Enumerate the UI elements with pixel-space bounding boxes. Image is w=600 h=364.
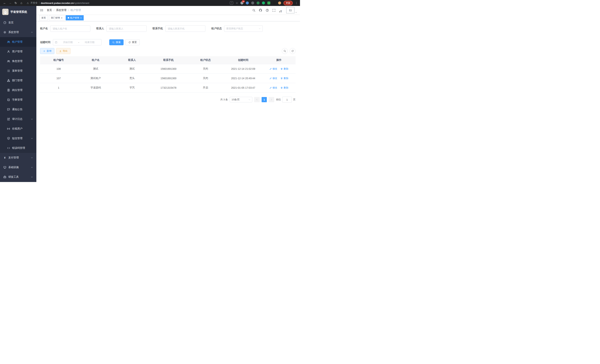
sidebar-item-payment[interactable]: ¥ 支付管理 — [0, 153, 36, 162]
extension-icon-6[interactable] — [267, 1, 270, 4]
contact-input[interactable] — [106, 25, 147, 32]
sidebar-item-audit-log[interactable]: 审计日志 — [0, 114, 36, 124]
browser-reload-icon[interactable]: ↻ — [13, 1, 18, 5]
breadcrumb-home[interactable]: 首页 — [47, 9, 52, 12]
extension-icon-3[interactable] — [251, 1, 254, 4]
delete-button[interactable]: 删除 — [281, 77, 288, 80]
cell-contact: 芋艿 — [114, 83, 150, 93]
github-icon[interactable] — [258, 7, 263, 13]
cell-tenant-name: 芋道源码 — [77, 83, 114, 93]
pagination: 共 3 条 10条/页 1 前往 页 — [40, 97, 296, 103]
address-bar[interactable]: ⚠ 不安全 dashboard.yudao.iocoder.cn/system/… — [27, 1, 89, 5]
refresh-table-button[interactable] — [290, 48, 296, 54]
next-page-button[interactable] — [269, 97, 274, 102]
tab-departments[interactable]: 部门管理 × — [49, 15, 65, 20]
browser-home-icon[interactable]: ⌂ — [19, 1, 24, 5]
cell-tenant-id: 107 — [40, 74, 77, 83]
extension-icon-2[interactable] — [246, 1, 249, 4]
toggle-search-button[interactable] — [282, 48, 288, 54]
reset-button[interactable]: 重置 — [125, 39, 140, 45]
sidebar-item-system[interactable]: 系统管理 — [0, 28, 36, 37]
profile-avatar-icon[interactable] — [278, 1, 281, 4]
col-header-tenant-name: 租户名 — [77, 56, 114, 64]
sidebar-item-menus[interactable]: 菜单管理 — [0, 66, 36, 76]
plus-icon — [43, 50, 46, 52]
dictionary-book-icon — [7, 98, 10, 101]
tenant-name-input[interactable] — [50, 25, 90, 32]
tab-label: 租户管理 — [70, 16, 79, 19]
fullscreen-icon[interactable] — [271, 7, 277, 13]
date-start-placeholder: 开始日期 — [58, 41, 77, 44]
table-row[interactable]: 1 芋道源码 芋艿 17321315478 开启 2021-01-05 17:0… — [40, 83, 296, 93]
close-icon[interactable]: × — [80, 17, 82, 19]
extensions-puzzle-icon[interactable] — [273, 1, 276, 4]
sidebar-item-online-users[interactable]: 在线用户 — [0, 124, 36, 134]
audit-log-icon — [7, 118, 10, 121]
status-select[interactable]: 请选择租户状态 — [224, 25, 263, 32]
export-button[interactable]: 导出 — [56, 48, 71, 54]
collapse-sidebar-icon[interactable] — [39, 8, 44, 13]
close-icon[interactable]: × — [61, 17, 63, 19]
prev-page-button[interactable] — [254, 97, 260, 102]
sidebar-item-sms[interactable]: 短信管理 — [0, 134, 36, 143]
share-icon[interactable]: ↑ — [230, 1, 233, 5]
cell-actions: 修改 删除 — [262, 83, 296, 93]
user-avatar[interactable] — [286, 7, 297, 13]
sidebar-item-infrastructure[interactable]: 基础设施 — [0, 162, 36, 172]
extension-icon-1[interactable]: 10 — [240, 1, 244, 4]
sidebar-item-announcements[interactable]: 通知公告 — [0, 105, 36, 114]
browser-menu-icon[interactable]: ⋮ — [295, 1, 298, 4]
cell-tenant-name: 测试租户 — [77, 74, 114, 83]
sidebar-item-label: 研发工具 — [8, 175, 19, 179]
header-search-icon[interactable] — [251, 7, 257, 13]
page-number-1[interactable]: 1 — [262, 97, 267, 102]
edit-button[interactable]: 修改 — [270, 67, 277, 71]
sidebar-item-users[interactable]: 用户管理 — [0, 47, 36, 56]
sidebar-item-label: 字典管理 — [12, 98, 22, 102]
app-logo[interactable]: 芋道管理系统 — [0, 6, 36, 18]
gear-icon — [3, 31, 6, 34]
cell-actions: 修改 删除 — [262, 64, 296, 74]
breadcrumb-system[interactable]: 系统管理 — [56, 9, 66, 12]
table-row[interactable]: 108 测试 测试 15601691300 关闭 2021-12-14 21:0… — [40, 64, 296, 74]
sidebar-item-roles[interactable]: 角色管理 — [0, 56, 36, 66]
sidebar-item-tenant[interactable]: 租户管理 — [0, 37, 36, 47]
search-button[interactable]: 搜索 — [109, 39, 123, 45]
extension-icon-5[interactable] — [262, 1, 265, 4]
download-icon — [59, 50, 62, 52]
page-size-select[interactable]: 10条/页 — [230, 97, 252, 103]
security-warning-icon: ⚠ — [27, 2, 29, 4]
tab-tenant[interactable]: 租户管理 × — [66, 15, 84, 20]
browser-back-icon[interactable]: ← — [2, 1, 7, 5]
bookmark-star-icon[interactable]: ☆ — [236, 1, 238, 4]
add-button[interactable]: 新增 — [40, 48, 54, 54]
table-row[interactable]: 107 测试租户 秃头 15601691300 关闭 2021-12-14 20… — [40, 74, 296, 83]
create-time-range-picker[interactable]: 开始日期 - 结束日期 — [53, 39, 102, 46]
browser-chrome: ← → ↻ ⌂ ⚠ 不安全 dashboard.yudao.iocoder.cn… — [0, 0, 300, 6]
sidebar-item-posts[interactable]: 岗位管理 — [0, 85, 36, 95]
chevron-down-icon — [248, 99, 251, 101]
breadcrumb-separator: / — [68, 9, 69, 12]
delete-button[interactable]: 删除 — [281, 86, 288, 89]
sidebar-item-label: 租户管理 — [12, 40, 22, 44]
browser-forward-icon[interactable]: → — [8, 1, 13, 5]
goto-suffix: 页 — [293, 98, 296, 101]
font-size-icon[interactable]: TT — [278, 7, 283, 13]
edit-button[interactable]: 修改 — [270, 77, 277, 80]
edit-button[interactable]: 修改 — [270, 86, 277, 89]
chevron-down-icon — [31, 118, 33, 120]
browser-update-button[interactable]: 更新 — [283, 1, 293, 5]
extension-icon-4[interactable] — [257, 1, 260, 4]
sidebar-item-devtools[interactable]: 研发工具 — [0, 172, 36, 182]
goto-page-input[interactable] — [282, 97, 292, 103]
tab-home[interactable]: 首页 — [39, 15, 48, 20]
chevron-down-icon — [31, 166, 33, 168]
phone-input[interactable] — [165, 25, 205, 32]
sidebar-item-error-codes[interactable]: 错误码管理 — [0, 143, 36, 153]
delete-button[interactable]: 删除 — [281, 67, 288, 71]
sidebar-item-label: 部门管理 — [12, 79, 22, 82]
sidebar-item-home[interactable]: 首页 — [0, 18, 36, 28]
help-icon[interactable] — [264, 7, 270, 13]
sidebar-item-dictionary[interactable]: 字典管理 — [0, 95, 36, 105]
sidebar-item-departments[interactable]: 部门管理 — [0, 76, 36, 85]
